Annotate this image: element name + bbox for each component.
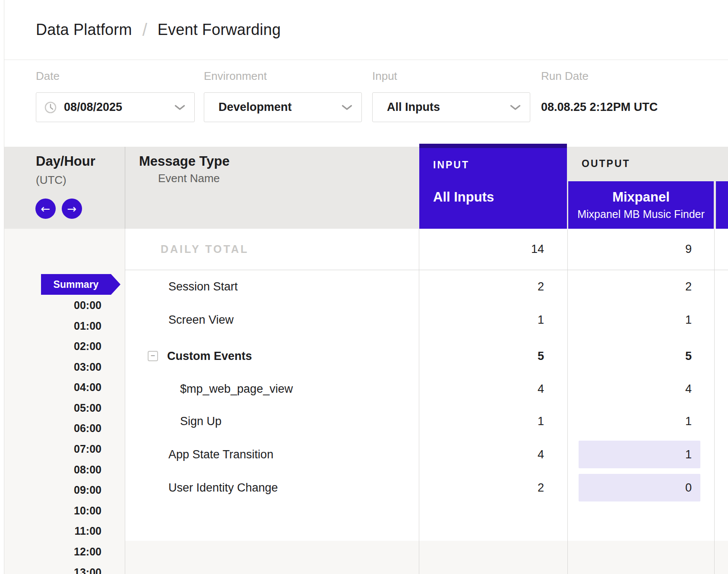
chevron-down-icon xyxy=(174,104,185,110)
row-label: Sign Up xyxy=(180,405,222,438)
row-input-value: 1 xyxy=(538,405,544,438)
collapse-icon[interactable]: − xyxy=(148,351,158,361)
hour-row-label[interactable]: 03:00 xyxy=(0,360,101,373)
breadcrumb-section[interactable]: Data Platform xyxy=(36,21,132,39)
summary-badge-arrow xyxy=(111,274,120,295)
hour-row-label[interactable]: 08:00 xyxy=(0,463,101,476)
table-footer-area xyxy=(125,541,728,574)
row-output-value: 1 xyxy=(685,438,692,471)
summary-badge[interactable]: Summary xyxy=(41,274,111,295)
row-input-value: 5 xyxy=(538,340,544,372)
chevron-down-icon xyxy=(510,104,521,110)
table-row: App State Transition 4 1 xyxy=(0,438,728,471)
input-group-label: INPUT xyxy=(433,159,469,171)
output-highlight xyxy=(579,441,700,468)
hour-row-label[interactable]: 05:00 xyxy=(0,401,101,414)
run-date-label: Run Date xyxy=(541,69,589,83)
input-filter-label: Input xyxy=(372,69,397,83)
minus-glyph: − xyxy=(151,352,155,360)
event-name-subtitle: Event Name xyxy=(158,172,220,185)
row-label: Session Start xyxy=(168,270,238,303)
hour-row-label[interactable]: 09:00 xyxy=(0,483,101,496)
row-input-value: 1 xyxy=(538,303,544,336)
input-dropdown[interactable]: All Inputs xyxy=(372,92,530,122)
table-row: User Identity Change 2 0 xyxy=(0,471,728,504)
daily-total-row: DAILY TOTAL 14 9 xyxy=(0,229,728,270)
input-value: All Inputs xyxy=(387,101,440,114)
input-column-name: All Inputs xyxy=(433,189,494,205)
daily-total-output-value: 9 xyxy=(685,229,692,270)
row-output-value: 0 xyxy=(685,471,692,504)
row-input-value: 2 xyxy=(538,471,544,504)
row-label: $mp_web_page_view xyxy=(180,372,293,405)
output-column-header: Mixpanel Mixpanel MB Music Finder xyxy=(568,181,714,229)
hour-row-label[interactable]: 11:00 xyxy=(0,524,101,537)
date-filter-label: Date xyxy=(36,69,60,83)
environment-value: Development xyxy=(218,101,292,114)
output-column-subname: Mixpanel MB Music Finder xyxy=(577,208,705,221)
event-forwarding-page: Data Platform / Event Forwarding Date 08… xyxy=(0,0,728,574)
table-row: − Custom Events 5 5 xyxy=(0,340,728,372)
row-output-value: 1 xyxy=(685,405,692,438)
table-row: Screen View 1 1 xyxy=(0,303,728,336)
daily-total-input-value: 14 xyxy=(531,229,544,270)
chevron-down-icon xyxy=(342,104,352,110)
breadcrumb: Data Platform / Event Forwarding xyxy=(4,0,728,60)
row-input-value: 4 xyxy=(538,372,544,405)
row-input-value: 2 xyxy=(538,270,544,303)
arrow-right-icon: → xyxy=(67,203,77,214)
hour-row-label[interactable]: 12:00 xyxy=(0,545,101,558)
arrow-left-icon: ← xyxy=(41,203,51,214)
previous-day-button[interactable]: ← xyxy=(35,199,56,219)
hour-row-label[interactable]: 07:00 xyxy=(0,442,101,455)
environment-filter-label: Environment xyxy=(204,69,267,83)
run-date-value: 08.08.25 2:12PM UTC xyxy=(541,101,658,114)
output-group-label: OUTPUT xyxy=(582,158,630,170)
output-column-name: Mixpanel xyxy=(612,189,670,205)
next-output-column-partial xyxy=(716,181,728,229)
date-value: 08/08/2025 xyxy=(64,101,122,114)
day-hour-header: Day/Hour xyxy=(36,154,95,169)
row-label: App State Transition xyxy=(168,438,273,471)
hour-row-label[interactable]: 10:00 xyxy=(0,504,101,517)
hour-row-label[interactable]: 06:00 xyxy=(0,422,101,435)
table-row: Sign Up 1 1 xyxy=(0,405,728,438)
clock-icon xyxy=(44,101,57,114)
row-label: Custom Events xyxy=(167,340,252,372)
rail-separator-line xyxy=(125,147,125,229)
row-output-value: 2 xyxy=(685,270,692,303)
page-title: Event Forwarding xyxy=(158,21,281,39)
row-output-value: 1 xyxy=(685,303,692,336)
environment-dropdown[interactable]: Development xyxy=(204,92,362,122)
daily-total-label: DAILY TOTAL xyxy=(161,229,249,270)
row-output-value: 4 xyxy=(685,372,692,405)
hour-row-label[interactable]: 02:00 xyxy=(0,340,101,353)
row-label: User Identity Change xyxy=(168,471,278,504)
hour-row-label[interactable]: 13:00 xyxy=(0,566,101,574)
summary-label: Summary xyxy=(54,279,99,290)
date-dropdown[interactable]: 08/08/2025 xyxy=(36,92,195,122)
input-column-accent-strip xyxy=(419,144,567,148)
day-hour-subtitle: (UTC) xyxy=(36,173,66,187)
breadcrumb-separator: / xyxy=(142,20,147,40)
input-column-header: INPUT All Inputs xyxy=(419,144,567,229)
message-type-header: Message Type xyxy=(139,154,230,169)
hour-row-label[interactable]: 01:00 xyxy=(0,319,101,332)
next-day-button[interactable]: → xyxy=(62,199,82,219)
table-row: $mp_web_page_view 4 4 xyxy=(0,372,728,405)
hour-row-label[interactable]: 04:00 xyxy=(0,381,101,394)
row-input-value: 4 xyxy=(538,438,544,471)
row-label: Screen View xyxy=(168,303,234,336)
row-output-value: 5 xyxy=(685,340,692,372)
hour-row-label[interactable]: 00:00 xyxy=(0,299,101,312)
output-highlight xyxy=(579,474,700,501)
